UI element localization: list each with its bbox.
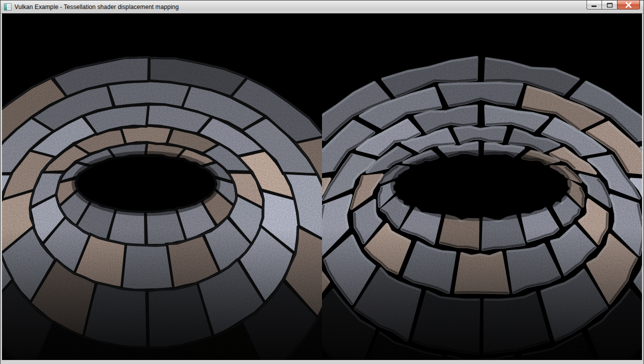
- window-icon[interactable]: [4, 4, 12, 10]
- maximize-icon: [606, 2, 613, 8]
- app-window: Vulkan Example - Tessellation shader dis…: [0, 0, 644, 364]
- window-controls: [587, 0, 640, 10]
- minimize-button[interactable]: [586, 0, 602, 10]
- minimize-icon: [591, 2, 598, 8]
- window-title: Vulkan Example - Tessellation shader dis…: [14, 0, 179, 14]
- close-icon: [625, 2, 632, 8]
- render-viewport[interactable]: [2, 14, 642, 360]
- maximize-button[interactable]: [602, 0, 618, 10]
- window-frame: [0, 14, 644, 364]
- close-button[interactable]: [617, 0, 640, 10]
- titlebar[interactable]: Vulkan Example - Tessellation shader dis…: [0, 0, 644, 14]
